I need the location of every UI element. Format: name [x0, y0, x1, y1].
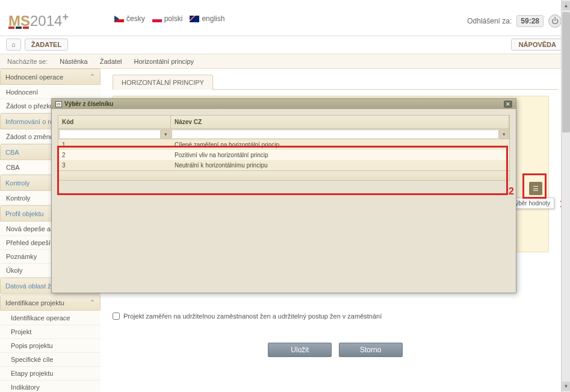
language-switcher: česky polski english — [114, 14, 225, 23]
filter-icon-nazev[interactable]: ▾ — [500, 129, 508, 139]
logo-decoration — [8, 26, 29, 29]
filter-input-nazev[interactable] — [172, 129, 499, 139]
scroll-up-icon[interactable]: ▲ — [562, 1, 570, 10]
sidebar-group-header-0[interactable]: Hodnocení operace⌃ — [0, 69, 101, 85]
logout-area: Odhlášení za: 59:28 ⏻ — [467, 14, 562, 28]
lang-pl[interactable]: polski — [152, 14, 183, 23]
sustainability-checkbox[interactable] — [113, 313, 120, 320]
power-icon: ⏻ — [551, 17, 559, 25]
chevron-up-icon: ⌃ — [90, 299, 95, 306]
modal-title-text: Výběr z číselníku — [64, 101, 113, 107]
annotation-label-2: 2 — [509, 186, 514, 197]
annotation-box-1 — [522, 173, 547, 199]
modal-titlebar[interactable]: ▭ Výběr z číselníku ✕ — [52, 99, 516, 109]
applicant-button[interactable]: ŽADATEL — [25, 39, 69, 51]
logout-label: Odhlášení za: — [467, 17, 512, 25]
breadcrumb-item-0[interactable]: Nástěnka — [60, 58, 87, 65]
logo-year: 2014 — [30, 13, 62, 29]
sidebar-group-header-6[interactable]: Identifikace projektu⌃ — [0, 294, 101, 311]
flag-uk-icon — [190, 16, 199, 22]
tab-horizontal-principles[interactable]: HORIZONTÁLNÍ PRINCIPY — [113, 75, 213, 90]
sustainability-label: Projekt zaměřen na udržitelnou zaměstnan… — [123, 313, 382, 320]
annotation-box-2 — [57, 146, 508, 195]
lang-en-label: english — [202, 14, 225, 23]
lang-cz-label: česky — [126, 14, 145, 23]
flag-cz-icon — [114, 16, 124, 22]
modal-window-icon: ▭ — [55, 101, 62, 107]
scroll-down-icon[interactable]: ▼ — [562, 382, 570, 391]
sidebar-item-6-4[interactable]: Etapy projektu — [0, 367, 101, 381]
close-icon: ✕ — [506, 101, 510, 107]
column-header-kod[interactable]: Kód — [58, 116, 171, 128]
chevron-up-icon: ⌃ — [90, 73, 95, 81]
home-icon: ⌂ — [11, 41, 16, 48]
logout-timer: 59:28 — [516, 15, 544, 27]
page-scrollbar[interactable]: ▲ ▼ — [561, 0, 570, 392]
home-button[interactable]: ⌂ — [6, 39, 21, 51]
sidebar-item-6-5[interactable]: Indikátory — [0, 381, 101, 392]
navbar: ⌂ ŽADATEL NÁPOVĚDA — [0, 36, 570, 54]
logo-plus: + — [62, 11, 69, 23]
breadcrumb-item-1[interactable]: Žadatel — [100, 58, 122, 65]
column-header-nazev[interactable]: Název CZ — [171, 116, 509, 128]
scroll-thumb[interactable] — [562, 12, 570, 132]
modal-close-button[interactable]: ✕ — [504, 101, 512, 108]
sidebar-item-6-2[interactable]: Popis projektu — [0, 339, 101, 353]
logout-button[interactable]: ⏻ — [548, 14, 562, 28]
save-button[interactable]: Uložit — [268, 343, 332, 357]
sidebar-item-6-3[interactable]: Specifické cíle — [0, 353, 101, 367]
flag-pl-icon — [152, 16, 162, 22]
filter-input-kod[interactable] — [59, 129, 161, 139]
cancel-button[interactable]: Storno — [339, 343, 403, 357]
breadcrumb-label: Nacházíte se: — [7, 58, 48, 65]
help-button[interactable]: NÁPOVĚDA — [511, 39, 564, 51]
filter-icon-kod[interactable]: ▾ — [161, 129, 170, 139]
app-header: MS2014+ česky polski english Odhlášení z… — [0, 0, 570, 36]
lang-cz[interactable]: česky — [114, 14, 145, 23]
breadcrumb: Nacházíte se: Nástěnka Žadatel Horizontá… — [0, 54, 570, 69]
sidebar-item-6-1[interactable]: Projekt — [0, 325, 101, 339]
lang-pl-label: polski — [164, 14, 183, 23]
sidebar-item-0-0[interactable]: Hodnocení — [0, 86, 101, 99]
sidebar-item-6-0[interactable]: Identifikace operace — [0, 311, 101, 325]
lang-en[interactable]: english — [190, 14, 225, 23]
codebook-modal: ▭ Výběr z číselníku ✕ Kód Název CZ ▾ ▾ 1… — [51, 98, 516, 293]
breadcrumb-item-2[interactable]: Horizontální principy — [134, 58, 194, 65]
